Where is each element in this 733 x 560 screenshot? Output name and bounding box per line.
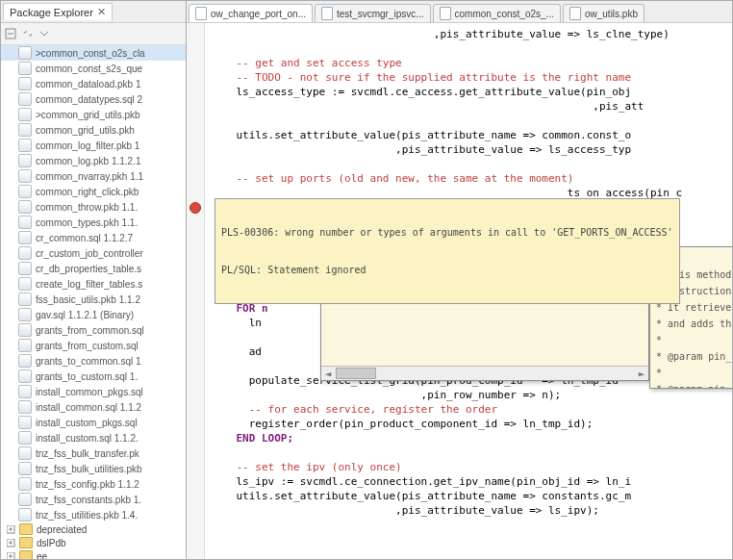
file-label: common_dataload.pkb 1 [36,79,141,89]
file-label: grants_to_custom.sql 1. [36,371,138,382]
tree-file[interactable]: common_datatypes.sql 2 [1,91,186,107]
file-icon [18,323,32,337]
file-label: install_custom_pkgs.sql [36,418,138,428]
file-icon [18,339,32,352]
tree-file[interactable]: >common_grid_utils.pkb [1,107,186,122]
tree-file[interactable]: create_log_filter_tables.s [1,276,186,292]
tree-folder[interactable]: depreciated [1,522,186,536]
file-label: cr_custom_job_controller [36,248,143,259]
tree-file[interactable]: grants_from_common.sql [1,322,186,338]
scroll-left-icon[interactable]: ◄ [321,367,335,380]
tree-file[interactable]: grants_from_custom.sql [1,338,186,353]
tree-file[interactable]: common_log.pkb 1.1.2.1 [1,153,186,168]
gutter [187,23,205,559]
file-label: install_custom.sql 1.1.2. [36,433,139,444]
assist-scrollbar[interactable]: ◄ ► [321,366,648,380]
scroll-right-icon[interactable]: ► [635,367,648,380]
error-line-2: PL/SQL: Statement ignored [221,264,673,276]
tree-file[interactable]: install_common_pkgs.sql [1,384,186,399]
tree-file[interactable]: common_types.pkh 1.1. [1,215,186,230]
folder-label: dslPdb [37,538,66,548]
doc-line: * @param pin_nwk_po [656,349,732,364]
doc-line: * [656,333,732,347]
view-menu-icon[interactable] [39,29,49,38]
file-icon [18,477,32,491]
link-editor-icon[interactable] [22,28,34,39]
tree-file[interactable]: common_log_filter.pkb 1 [1,138,186,153]
tree-file[interactable]: common_const_s2s_que [1,61,186,76]
tree-file[interactable]: install_custom.sql 1.1.2. [1,430,186,445]
tree-file[interactable]: common_nvarray.pkh 1.1 [1,168,186,184]
tree-file[interactable]: cr_custom_job_controller [1,245,186,261]
tree-file[interactable]: install_custom_pkgs.sql [1,415,186,430]
file-label: cr_common.sql 1.1.2.7 [36,233,133,243]
file-icon [18,46,32,60]
file-icon [18,154,32,167]
file-icon [18,216,32,229]
expand-icon[interactable] [7,539,15,547]
tree-file[interactable]: gav.sql 1.1.2.1 (Binary) [1,307,186,322]
file-label: cr_db_properties_table.s [36,264,141,274]
file-label: grants_to_common.sql 1 [36,356,141,367]
document-icon [321,7,333,20]
tab-label: ow_change_port_on... [211,9,306,19]
tree-file[interactable]: >common_const_o2s_cla [1,45,186,61]
package-explorer-tab[interactable]: Package Explorer ✕ [3,3,113,20]
editor-tab[interactable]: ow_utils.pkb [563,4,645,22]
file-icon [18,493,32,506]
file-tree[interactable]: >common_const_o2s_clacommon_const_s2s_qu… [1,45,186,559]
collapse-all-icon[interactable] [5,28,16,39]
tree-file[interactable]: common_throw.pkb 1.1. [1,199,186,215]
tree-file[interactable]: common_dataload.pkb 1 [1,76,186,91]
file-label: grants_from_common.sql [36,325,144,336]
file-label: gav.sql 1.1.2.1 (Binary) [36,310,134,320]
code-editor[interactable]: ,pis_attribute_value => ls_clne_type) --… [205,23,732,559]
file-icon [18,231,32,244]
expand-icon[interactable] [7,525,15,534]
tree-file[interactable]: tnz_fss_constants.pkb 1. [1,492,186,507]
file-label: >common_const_o2s_cla [36,48,145,59]
tree-file[interactable]: grants_to_common.sql 1 [1,353,186,369]
folder-label: ee [37,551,47,560]
file-label: common_grid_utils.pkh [36,125,135,136]
editor-tab[interactable]: common_const_o2s_... [433,4,561,22]
tree-file[interactable]: tnz_fss_bulk_transfer.pk [1,445,186,461]
tree-file[interactable]: grants_to_custom.sql 1. [1,369,186,384]
error-line-1: PLS-00306: wrong number or types of argu… [221,226,673,239]
file-icon [18,400,32,414]
error-marker-icon[interactable] [190,202,201,214]
tree-folder[interactable]: ee [1,549,186,559]
tree-file[interactable]: cr_common.sql 1.1.2.7 [1,230,186,245]
file-icon [18,308,32,321]
tree-file[interactable]: common_right_click.pkb [1,184,186,199]
expand-icon[interactable] [7,552,15,560]
scroll-thumb[interactable] [336,368,376,379]
tree-folder[interactable]: dslPdb [1,536,186,549]
file-icon [18,462,32,475]
tree-file[interactable]: tnz_fss_config.pkb 1.1.2 [1,476,186,492]
file-icon [18,446,32,460]
tab-label: common_const_o2s_... [455,9,554,19]
file-label: create_log_filter_tables.s [36,279,142,290]
file-icon [18,508,32,522]
editor-area: ow_change_port_on...test_svcmgr_ipsvc...… [187,1,732,559]
tree-file[interactable]: fss_basic_utils.pkb 1.1.2 [1,292,186,307]
editor-tab[interactable]: ow_change_port_on... [189,4,313,22]
folder-icon [19,550,33,559]
file-label: common_const_s2s_que [36,64,142,74]
close-icon[interactable]: ✕ [97,6,106,18]
file-label: common_nvarray.pkh 1.1 [36,171,143,182]
editor-tab[interactable]: test_svcmgr_ipsvc... [315,4,431,22]
folder-label: depreciated [37,524,87,535]
file-icon [18,369,32,383]
view-title: Package Explorer [10,7,93,18]
tree-file[interactable]: common_grid_utils.pkh [1,122,186,138]
tree-file[interactable]: tnz_fss_utilities.pkb 1.4. [1,507,186,522]
file-label: install_common.sql 1.1.2 [36,402,141,413]
app-root: Package Explorer ✕ >common_const_o2s_cla… [0,0,733,560]
tree-file[interactable]: cr_db_properties_table.s [1,261,186,276]
tree-file[interactable]: install_common.sql 1.1.2 [1,399,186,415]
tree-file[interactable]: tnz_fss_bulk_utilities.pkb [1,461,186,476]
file-label: common_throw.pkb 1.1. [36,202,138,213]
tab-label: ow_utils.pkb [585,9,638,19]
